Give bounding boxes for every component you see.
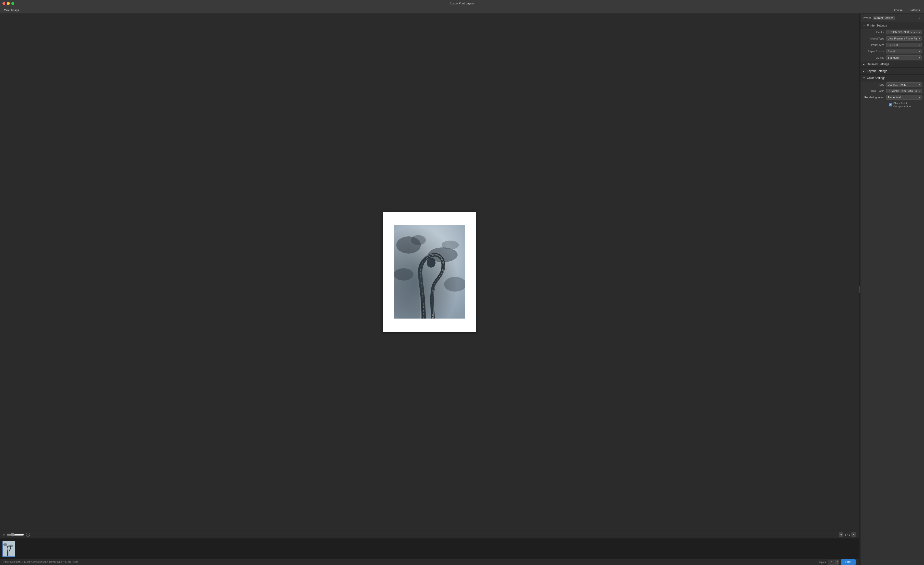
type-label: Type xyxy=(863,83,886,86)
paper-source-row: Paper Source Sheet xyxy=(861,48,924,54)
quality-select[interactable]: Standard xyxy=(886,55,921,60)
type-control: Use ICC Profile xyxy=(886,82,921,87)
icc-profile-select[interactable]: RR Arctic Polar Satin EpP900 xyxy=(886,89,921,93)
copies-label: Copies xyxy=(818,561,826,564)
detailed-settings-chevron xyxy=(863,63,866,66)
titlebar: Epson Print Layout xyxy=(0,0,924,7)
paper-source-label: Paper Source xyxy=(863,50,886,53)
paper-size-control: 8 x 10 in xyxy=(886,43,921,47)
detailed-settings-header[interactable]: Detailed Settings xyxy=(861,61,924,68)
quality-control: Standard xyxy=(886,55,921,60)
color-settings-chevron xyxy=(863,77,866,79)
canvas-area: + ◀ 1 / 1 ▶ Paper Size: 8.00 x 10.00 inc… xyxy=(0,14,859,565)
panel-divider[interactable] xyxy=(859,14,860,565)
preset-row: Preset Current Settings Custom 1 Custom … xyxy=(861,14,924,22)
menubar-right: Browse Settings xyxy=(891,8,921,12)
status-text: Paper Size: 8.00 x 10.00 inch; Resolutio… xyxy=(3,561,78,563)
preset-label: Preset xyxy=(863,16,871,19)
layout-settings-header[interactable]: Layout Settings xyxy=(861,68,924,75)
traffic-lights xyxy=(3,2,14,5)
printer-row: Printer EPSON SC-P900 Series (IP) xyxy=(861,29,924,35)
icc-profile-row: ICC Profile RR Arctic Polar Satin EpP900 xyxy=(861,88,924,94)
paper-source-control: Sheet xyxy=(886,49,921,54)
thumbnail-strip xyxy=(0,538,859,559)
preset-select-wrapper: Current Settings Custom 1 Custom 2 xyxy=(873,16,921,20)
menubar: Crop Image Browse Settings xyxy=(0,7,924,14)
next-page-button[interactable]: ▶ xyxy=(851,532,856,537)
printer-settings-header[interactable]: Printer Settings xyxy=(861,22,924,29)
quality-label: Quality xyxy=(863,56,886,59)
rendering-intent-select[interactable]: Perceptual xyxy=(886,95,921,100)
zoom-dot xyxy=(3,534,5,536)
statusbar: Paper Size: 8.00 x 10.00 inch; Resolutio… xyxy=(0,559,859,565)
paper-size-row: Paper Size 8 x 10 in xyxy=(861,42,924,48)
statusbar-right: Copies ▲ ▼ Print xyxy=(818,559,856,565)
printer-settings-chevron xyxy=(863,24,866,27)
media-type-select[interactable]: Ultra Premium Photo Paper L... xyxy=(886,36,921,41)
main-layout: + ◀ 1 / 1 ▶ Paper Size: 8.00 x 10.00 inc… xyxy=(0,14,924,565)
black-point-row: Black Point Compensation xyxy=(861,100,924,109)
paper-size-label: Paper Size xyxy=(863,43,886,46)
printer-settings-title: Printer Settings xyxy=(867,24,887,27)
zoom-in-icon[interactable]: + xyxy=(26,533,30,537)
print-image xyxy=(394,225,465,319)
icc-profile-label: ICC Profile xyxy=(863,90,886,93)
paper-source-select[interactable]: Sheet xyxy=(886,49,921,54)
prev-page-button[interactable]: ◀ xyxy=(839,532,843,537)
print-button[interactable]: Print xyxy=(841,559,856,565)
media-type-control: Ultra Premium Photo Paper L... xyxy=(886,36,921,41)
media-type-row: Media Type Ultra Premium Photo Paper L..… xyxy=(861,35,924,42)
printer-select[interactable]: EPSON SC-P900 Series (IP) xyxy=(886,30,921,34)
window-title: Epson Print Layout xyxy=(450,2,474,5)
printer-control: EPSON SC-P900 Series (IP) xyxy=(886,30,921,34)
color-settings-section: Color Settings Type Use ICC Profile ICC … xyxy=(861,75,924,109)
page-nav: ◀ 1 / 1 ▶ xyxy=(839,532,856,537)
paper-preview xyxy=(383,212,476,332)
copies-up-button[interactable]: ▲ xyxy=(836,560,838,562)
printer-label: Printer xyxy=(863,31,886,34)
quality-row: Quality Standard xyxy=(861,54,924,61)
color-settings-header[interactable]: Color Settings xyxy=(861,75,924,81)
menubar-left: Crop Image xyxy=(3,8,21,12)
preset-select[interactable]: Current Settings Custom 1 Custom 2 xyxy=(873,16,895,20)
thumbnail-item[interactable] xyxy=(3,541,15,557)
settings-button[interactable]: Settings xyxy=(908,8,921,12)
layout-settings-chevron xyxy=(863,70,866,72)
browse-button[interactable]: Browse xyxy=(891,8,904,12)
close-button[interactable] xyxy=(3,2,5,5)
maximize-button[interactable] xyxy=(11,2,14,5)
crop-image-menu[interactable]: Crop Image xyxy=(3,8,21,12)
media-type-label: Media Type xyxy=(863,37,886,40)
rendering-intent-row: Rendering Intent Perceptual xyxy=(861,94,924,100)
layout-settings-title: Layout Settings xyxy=(867,69,887,73)
black-point-label: Black Point Compensation xyxy=(893,102,921,108)
type-select[interactable]: Use ICC Profile xyxy=(886,82,921,87)
minimize-button[interactable] xyxy=(7,2,10,5)
road-svg xyxy=(394,225,465,319)
layout-settings-section: Layout Settings xyxy=(861,68,924,75)
svg-point-11 xyxy=(3,543,8,546)
zoom-slider[interactable] xyxy=(7,533,24,537)
detailed-settings-section: Detailed Settings xyxy=(861,61,924,68)
black-point-checkbox[interactable] xyxy=(889,103,892,106)
zoombar: + ◀ 1 / 1 ▶ xyxy=(0,530,859,538)
printer-settings-section: Printer Settings Printer EPSON SC-P900 S… xyxy=(861,22,924,61)
paper-size-select[interactable]: 8 x 10 in xyxy=(886,43,921,47)
type-row: Type Use ICC Profile xyxy=(861,81,924,88)
copies-down-button[interactable]: ▼ xyxy=(836,562,838,564)
detailed-settings-title: Detailed Settings xyxy=(867,63,889,66)
rendering-intent-control: Perceptual xyxy=(886,95,921,100)
copies-input[interactable] xyxy=(828,560,836,564)
thumbnail-svg xyxy=(3,541,15,556)
rendering-intent-label: Rendering Intent xyxy=(863,96,886,99)
icc-profile-control: RR Arctic Polar Satin EpP900 xyxy=(886,89,921,93)
copies-spinner: ▲ ▼ xyxy=(836,560,838,564)
right-panel: Preset Current Settings Custom 1 Custom … xyxy=(860,14,924,565)
canvas-scroll[interactable] xyxy=(0,14,859,530)
color-settings-title: Color Settings xyxy=(867,76,885,80)
page-count: 1 / 1 xyxy=(845,533,850,536)
svg-rect-9 xyxy=(394,225,465,319)
